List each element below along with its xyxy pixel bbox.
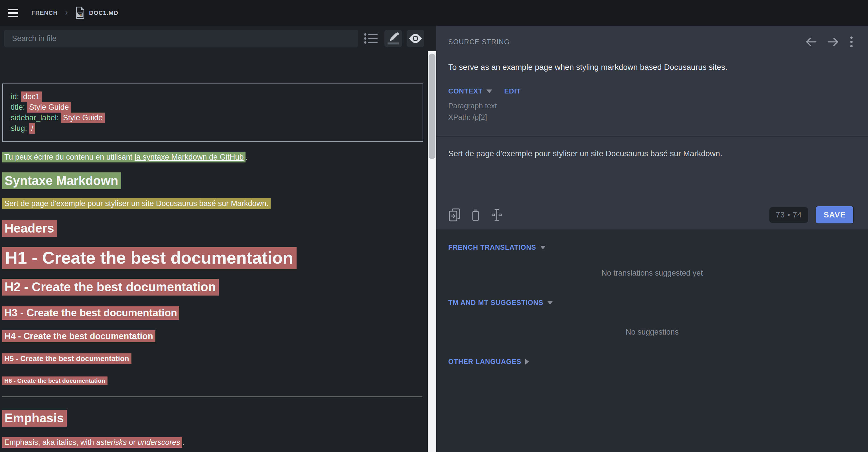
string-paragraph-emphasis[interactable]: Emphasis, aka italics, with asterisks or… <box>2 438 423 447</box>
delete-translation-button[interactable] <box>470 208 481 222</box>
string-list-icon <box>364 32 378 44</box>
markdown-file-icon: M↓ <box>75 6 85 19</box>
document-preview: id: doc1 title: Style Guide sidebar_labe… <box>0 77 428 452</box>
next-string-button[interactable] <box>826 37 839 47</box>
topbar: FRENCH › M↓ DOC1.MD <box>0 0 868 26</box>
frontmatter-key: title: <box>11 103 27 111</box>
edit-mode-button[interactable] <box>384 30 402 47</box>
intro-period: . <box>246 153 248 161</box>
string-h6[interactable]: H6 - Create the best documentation <box>2 377 423 384</box>
string-heading-emphasis[interactable]: Emphasis <box>2 411 423 425</box>
translation-editor[interactable]: Sert de page d'exemple pour styliser un … <box>436 137 868 229</box>
context-type: Paragraph text <box>448 101 854 110</box>
frontmatter-key: slug: <box>11 124 29 132</box>
string-frontmatter-id[interactable]: doc1 <box>21 92 42 102</box>
frontmatter-line: title: Style Guide <box>11 102 414 112</box>
more-options-icon[interactable] <box>849 35 854 49</box>
source-string-header: SOURCE STRING <box>448 35 854 49</box>
preview-mode-button[interactable] <box>407 30 424 47</box>
frontmatter-key: sidebar_label: <box>11 114 61 122</box>
suggestions-area: FRENCH TRANSLATIONS No translations sugg… <box>436 229 868 366</box>
context-row: CONTEXT EDIT <box>448 87 854 95</box>
delete-translation-icon <box>470 208 481 222</box>
chevron-right-icon <box>525 359 529 364</box>
breadcrumb-file[interactable]: DOC1.MD <box>89 9 118 16</box>
section-other-languages[interactable]: OTHER LANGUAGES <box>436 358 868 366</box>
source-string-card: SOURCE STRING To serve as an example pag… <box>436 26 868 137</box>
frontmatter-block: id: doc1 title: Style Guide sidebar_labe… <box>2 84 423 142</box>
copy-source-icon <box>448 208 461 222</box>
string-frontmatter-slug[interactable]: / <box>29 123 36 134</box>
italic-word: asterisks <box>96 438 127 447</box>
menu-icon[interactable] <box>8 6 21 19</box>
string-frontmatter-sidebar-label[interactable]: Style Guide <box>61 112 105 123</box>
translation-toolbar: 73 • 74 SAVE <box>448 205 854 224</box>
svg-text:M↓: M↓ <box>78 13 83 17</box>
string-list-button[interactable] <box>362 30 380 47</box>
edit-context-button[interactable]: EDIT <box>504 87 521 95</box>
chevron-down-icon <box>487 90 492 93</box>
chevron-down-icon <box>540 246 546 249</box>
save-button[interactable]: SAVE <box>815 206 854 224</box>
emphasis-text: or <box>127 438 138 447</box>
string-h3[interactable]: H3 - Create the best documentation <box>2 307 423 319</box>
frontmatter-line: slug: / <box>11 123 414 134</box>
text-cursor-button[interactable] <box>491 208 503 222</box>
section-french-translations[interactable]: FRENCH TRANSLATIONS <box>436 229 868 251</box>
frontmatter-line: sidebar_label: Style Guide <box>11 112 414 123</box>
other-languages-label: OTHER LANGUAGES <box>448 358 521 366</box>
search-input[interactable] <box>4 30 358 47</box>
string-h4[interactable]: H4 - Create the best documentation <box>2 331 423 342</box>
source-string-label: SOURCE STRING <box>448 38 510 46</box>
breadcrumb-project[interactable]: FRENCH <box>31 9 58 16</box>
preview-scrollbar-thumb[interactable] <box>429 54 435 159</box>
chevron-down-icon <box>547 301 553 305</box>
translation-input[interactable]: Sert de page d'exemple pour styliser un … <box>448 149 854 158</box>
intro-text: Tu peux écrire du contenu en utilisant <box>4 153 134 161</box>
string-heading-headers[interactable]: Headers <box>2 221 423 235</box>
context-xpath: XPath: /p[2] <box>448 113 854 122</box>
translation-panel: SOURCE STRING To serve as an example pag… <box>436 26 868 452</box>
string-heading-syntax[interactable]: Syntaxe Markdown <box>2 173 423 188</box>
emphasis-text: Emphasis, aka italics, with <box>4 438 96 447</box>
preview-scrollbar-track[interactable] <box>428 51 436 452</box>
string-h1[interactable]: H1 - Create the best documentation <box>2 248 423 268</box>
previous-string-icon <box>805 37 818 47</box>
edit-mode-icon <box>388 32 399 42</box>
emphasis-period: . <box>182 438 185 447</box>
italic-word: underscores <box>138 438 180 447</box>
frontmatter-line: id: doc1 <box>11 92 414 102</box>
no-suggestions-message: No suggestions <box>436 328 868 336</box>
text-cursor-icon <box>491 208 503 222</box>
next-string-icon <box>826 37 839 47</box>
previous-string-button[interactable] <box>805 37 818 47</box>
section-tm-mt-suggestions[interactable]: TM AND MT SUGGESTIONS <box>436 299 868 306</box>
file-preview-panel: id: doc1 title: Style Guide sidebar_labe… <box>0 26 428 452</box>
french-translations-label: FRENCH TRANSLATIONS <box>448 244 536 251</box>
context-dropdown[interactable]: CONTEXT <box>448 87 483 95</box>
search-row <box>0 26 428 51</box>
string-paragraph-active[interactable]: Sert de page d'exemple pour styliser un … <box>2 199 423 208</box>
markdown-syntax-link[interactable]: la syntaxe Markdown de GitHub <box>134 153 244 161</box>
string-h5[interactable]: H5 - Create the best documentation <box>2 354 423 363</box>
character-counter: 73 • 74 <box>769 207 808 223</box>
copy-source-button[interactable] <box>448 208 461 222</box>
tm-mt-label: TM AND MT SUGGESTIONS <box>448 299 543 306</box>
chevron-right-icon: › <box>65 8 68 18</box>
string-h2[interactable]: H2 - Create the best documentation <box>2 280 423 294</box>
source-string-text: To serve as an example page when styling… <box>448 63 854 72</box>
active-mode-indicator <box>388 42 399 44</box>
divider <box>2 396 422 397</box>
string-frontmatter-title[interactable]: Style Guide <box>27 102 71 112</box>
no-translations-message: No translations suggested yet <box>436 269 868 278</box>
frontmatter-key: id: <box>11 92 21 101</box>
preview-mode-icon <box>409 34 422 43</box>
string-paragraph-intro[interactable]: Tu peux écrire du contenu en utilisant l… <box>2 152 423 162</box>
